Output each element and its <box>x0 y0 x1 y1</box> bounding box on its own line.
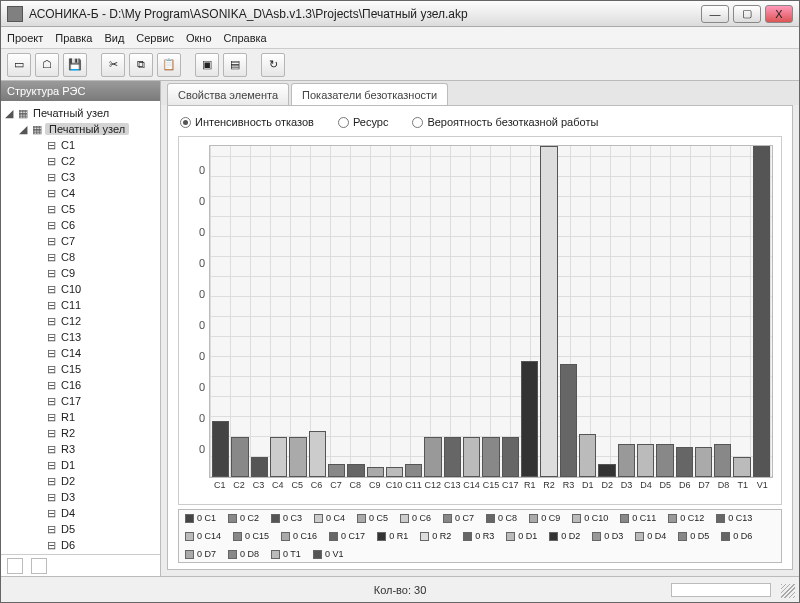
bar-C6[interactable] <box>309 431 326 477</box>
tree-leaf-D3[interactable]: ⊟D3 <box>3 489 158 505</box>
tree-leaf-C10[interactable]: ⊟C10 <box>3 281 158 297</box>
legend-item: 0 C11 <box>620 513 656 523</box>
tree-leaf-C9[interactable]: ⊟C9 <box>3 265 158 281</box>
radio-resource[interactable]: Ресурс <box>338 116 388 128</box>
bar-V1[interactable] <box>753 146 770 477</box>
radio-probability[interactable]: Вероятность безотказной работы <box>412 116 598 128</box>
menu-edit[interactable]: Правка <box>55 32 92 44</box>
menu-help[interactable]: Справка <box>224 32 267 44</box>
menu-window[interactable]: Окно <box>186 32 212 44</box>
tree-leaf-C6[interactable]: ⊟C6 <box>3 217 158 233</box>
menu-view[interactable]: Вид <box>104 32 124 44</box>
legend-label: 0 C17 <box>341 531 365 541</box>
bar-C17[interactable] <box>502 437 519 477</box>
maximize-button[interactable]: ▢ <box>733 5 761 23</box>
tree-leaf-C7[interactable]: ⊟C7 <box>3 233 158 249</box>
legend-swatch-icon <box>228 550 237 559</box>
bar-C10[interactable] <box>386 467 403 477</box>
tree-leaf-C11[interactable]: ⊟C11 <box>3 297 158 313</box>
bar-D6[interactable] <box>676 447 693 477</box>
tree-leaf-R3[interactable]: ⊟R3 <box>3 441 158 457</box>
tree-leaf-C5[interactable]: ⊟C5 <box>3 201 158 217</box>
legend-label: 0 C9 <box>541 513 560 523</box>
tree-leaf-D5[interactable]: ⊟D5 <box>3 521 158 537</box>
close-button[interactable]: X <box>765 5 793 23</box>
menu-service[interactable]: Сервис <box>136 32 174 44</box>
radio-intensity[interactable]: Интенсивность отказов <box>180 116 314 128</box>
bar-D7[interactable] <box>695 447 712 477</box>
tree-leaf-C14[interactable]: ⊟C14 <box>3 345 158 361</box>
bar-C14[interactable] <box>463 437 480 477</box>
resize-grip-icon[interactable] <box>781 584 795 598</box>
tree-leaf-C8[interactable]: ⊟C8 <box>3 249 158 265</box>
footer-icon-a[interactable] <box>7 558 23 574</box>
legend-label: 0 C14 <box>197 531 221 541</box>
bar-C12[interactable] <box>424 437 441 477</box>
tree-leaf-C12[interactable]: ⊟C12 <box>3 313 158 329</box>
tree-leaf-C2[interactable]: ⊟C2 <box>3 153 158 169</box>
bar-D8[interactable] <box>714 444 731 477</box>
tree-leaf-C17[interactable]: ⊟C17 <box>3 393 158 409</box>
bar-C15[interactable] <box>482 437 499 477</box>
bar-C3[interactable] <box>251 457 268 477</box>
tree-leaf-C3[interactable]: ⊟C3 <box>3 169 158 185</box>
tree[interactable]: ◢▦Печатный узел◢▦Печатный узел⊟C1⊟C2⊟C3⊟… <box>1 101 160 554</box>
bar-C5[interactable] <box>289 437 306 477</box>
tree-leaf-C4[interactable]: ⊟C4 <box>3 185 158 201</box>
tab-reliability[interactable]: Показатели безотказности <box>291 83 448 105</box>
tab-properties[interactable]: Свойства элемента <box>167 83 289 105</box>
tree-leaf-R2[interactable]: ⊟R2 <box>3 425 158 441</box>
bar-C2[interactable] <box>231 437 248 477</box>
bar-C4[interactable] <box>270 437 287 477</box>
tree-leaf-D1[interactable]: ⊟D1 <box>3 457 158 473</box>
bar-D2[interactable] <box>598 464 615 477</box>
bar-R3[interactable] <box>560 364 577 477</box>
tree-leaf-C1[interactable]: ⊟C1 <box>3 137 158 153</box>
tree-leaf-D4[interactable]: ⊟D4 <box>3 505 158 521</box>
tree-leaf-D6[interactable]: ⊟D6 <box>3 537 158 553</box>
bar-C9[interactable] <box>367 467 384 477</box>
tree-leaf-D2[interactable]: ⊟D2 <box>3 473 158 489</box>
y-tick: 0 <box>199 412 205 424</box>
tree-leaf-C16[interactable]: ⊟C16 <box>3 377 158 393</box>
copy-icon[interactable]: ⧉ <box>129 53 153 77</box>
tree-node[interactable]: ◢▦Печатный узел <box>3 121 158 137</box>
bar-T1[interactable] <box>733 457 750 477</box>
cut-icon[interactable]: ✂ <box>101 53 125 77</box>
bar-C13[interactable] <box>444 437 461 477</box>
legend-label: 0 D5 <box>690 531 709 541</box>
bar-D4[interactable] <box>637 444 654 477</box>
tree-leaf-C15[interactable]: ⊟C15 <box>3 361 158 377</box>
bar-D1[interactable] <box>579 434 596 477</box>
titlebar[interactable]: АСОНИКА-Б - D:\My Program\ASONIKA_D\Asb.… <box>1 1 799 27</box>
tree-label: C4 <box>59 187 75 199</box>
paste-icon[interactable]: 📋 <box>157 53 181 77</box>
legend-swatch-icon <box>228 514 237 523</box>
bar-C7[interactable] <box>328 464 345 477</box>
menu-project[interactable]: Проект <box>7 32 43 44</box>
tree-leaf-R1[interactable]: ⊟R1 <box>3 409 158 425</box>
tree-node-icon: ⊟ <box>43 139 59 152</box>
tree-leaf-C13[interactable]: ⊟C13 <box>3 329 158 345</box>
save-icon[interactable]: 💾 <box>63 53 87 77</box>
legend-swatch-icon <box>668 514 677 523</box>
tree-root[interactable]: ◢▦Печатный узел <box>3 105 158 121</box>
view-a-icon[interactable]: ▣ <box>195 53 219 77</box>
tree-node-icon: ⊟ <box>43 507 59 520</box>
open-icon[interactable]: ☖ <box>35 53 59 77</box>
bar-C11[interactable] <box>405 464 422 477</box>
refresh-icon[interactable]: ↻ <box>261 53 285 77</box>
legend-swatch-icon <box>400 514 409 523</box>
new-icon[interactable]: ▭ <box>7 53 31 77</box>
bar-D5[interactable] <box>656 444 673 477</box>
y-axis: 0000000000 <box>179 137 209 504</box>
y-tick: 0 <box>199 288 205 300</box>
footer-icon-b[interactable] <box>31 558 47 574</box>
bar-D3[interactable] <box>618 444 635 477</box>
minimize-button[interactable]: — <box>701 5 729 23</box>
view-b-icon[interactable]: ▤ <box>223 53 247 77</box>
bar-C8[interactable] <box>347 464 364 477</box>
bar-C1[interactable] <box>212 421 229 477</box>
bar-R2[interactable] <box>540 146 557 477</box>
bar-R1[interactable] <box>521 361 538 477</box>
